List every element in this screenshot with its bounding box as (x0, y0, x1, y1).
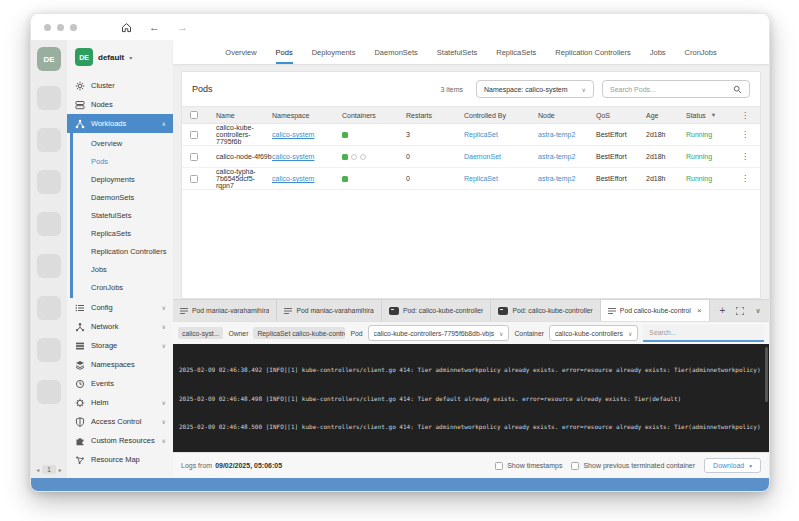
table-row[interactable]: calico-node-4f69b calico-system 0 Daemon… (182, 146, 760, 168)
close-icon[interactable]: × (697, 306, 702, 315)
column-name[interactable]: Name (216, 112, 272, 119)
download-button[interactable]: Download ▾ (704, 458, 761, 473)
namespace-link[interactable]: calico-system (272, 175, 342, 182)
terminal-scrollbar[interactable] (765, 347, 768, 402)
sidebar-subitem-replication-controllers[interactable]: Replication Controllers (67, 242, 173, 260)
select-all-checkbox[interactable] (190, 111, 198, 119)
node-link[interactable]: astra-temp2 (538, 131, 596, 138)
sidebar-item-custom-resources[interactable]: Custom Resources ∨ (67, 431, 173, 450)
column-controlled-by[interactable]: Controlled By (464, 112, 538, 119)
sidebar-item-workloads[interactable]: Workloads ∧ (67, 114, 173, 133)
sidebar-subitem-statefulsets[interactable]: StatefulSets (67, 206, 173, 224)
controlled-by-link[interactable]: ReplicaSet (464, 131, 538, 138)
window-minimize-icon[interactable] (57, 24, 64, 31)
sidebar-item-events[interactable]: Events (67, 374, 173, 393)
sidebar-subitem-pods[interactable]: Pods (67, 152, 173, 170)
namespace-filter-select[interactable]: Namespace: calico-system ∨ (476, 80, 594, 98)
tab-replication-controllers[interactable]: Replication Controllers (555, 40, 630, 64)
dock-tab-pod-shell[interactable]: Pod: calico-kube-controller (491, 300, 600, 321)
tab-statefulsets[interactable]: StatefulSets (437, 40, 477, 64)
sidebar-item-storage[interactable]: Storage ∨ (67, 336, 173, 355)
dock-tab-pod-shell[interactable]: Pod: calico-kube-controller (382, 300, 491, 321)
window-controls[interactable] (44, 24, 77, 31)
sidebar-subitem-daemonsets[interactable]: DaemonSets (67, 188, 173, 206)
dock-tab-pod-logs[interactable]: Pod maniac-varahamihira (277, 300, 381, 321)
dock-tab-pod-logs[interactable]: Pod maniac-varahamihira (173, 300, 277, 321)
hotbar-slot[interactable] (37, 254, 61, 278)
tab-daemonsets[interactable]: DaemonSets (374, 40, 417, 64)
home-icon[interactable] (121, 22, 132, 33)
table-row[interactable]: calico-typha-7b6545dcf5-rqpn7 calico-sys… (182, 168, 760, 190)
sidebar-subitem-cronjobs[interactable]: CronJobs (67, 278, 173, 296)
tab-cronjobs[interactable]: CronJobs (685, 40, 717, 64)
column-menu-icon[interactable]: ⋮ (736, 111, 754, 120)
namespace-link[interactable]: calico-system (272, 153, 342, 160)
row-menu-icon[interactable]: ⋮ (736, 174, 754, 183)
hotbar-slot[interactable] (37, 86, 61, 110)
forward-icon[interactable]: → (177, 22, 188, 33)
hotbar-slot[interactable] (37, 212, 61, 236)
window-zoom-icon[interactable] (70, 24, 77, 31)
column-namespace[interactable]: Namespace (272, 112, 342, 119)
sidebar-item-access-control[interactable]: Access Control ∨ (67, 412, 173, 431)
logs-search-input[interactable]: Search... (643, 325, 764, 342)
status-bar (31, 478, 769, 491)
window-close-icon[interactable] (44, 24, 51, 31)
show-timestamps-checkbox[interactable]: Show timestamps (495, 462, 562, 470)
hotbar-slot[interactable] (37, 338, 61, 362)
tab-overview[interactable]: Overview (225, 40, 256, 64)
column-status[interactable]: Status ▼ (686, 112, 736, 119)
column-age[interactable]: Age (646, 112, 686, 119)
sidebar-item-config[interactable]: Config ∨ (67, 298, 173, 317)
container-select[interactable]: calico-kube-controllers ∨ (549, 325, 638, 341)
cluster-selector[interactable]: DE default ▾ (67, 40, 173, 76)
tab-pods[interactable]: Pods (276, 40, 293, 64)
row-checkbox[interactable] (190, 131, 198, 139)
table-row[interactable]: calico-kube-controllers-7795f6b calico-s… (182, 124, 760, 146)
column-qos[interactable]: QoS (596, 112, 646, 119)
row-menu-icon[interactable]: ⋮ (736, 152, 754, 161)
pager-prev-icon[interactable]: ◂ (36, 466, 39, 473)
pod-select[interactable]: calico-kube-controllers-7795f6b8db-vbjs … (368, 325, 510, 341)
hotbar-slot[interactable] (37, 128, 61, 152)
sidebar-subitem-jobs[interactable]: Jobs (67, 260, 173, 278)
dock-tab-active[interactable]: Pod calico-kube-control × (601, 300, 710, 321)
column-restarts[interactable]: Restarts (406, 112, 464, 119)
hotbar-slot[interactable] (37, 380, 61, 404)
hotbar-slot[interactable] (37, 170, 61, 194)
sidebar-subitem-deployments[interactable]: Deployments (67, 170, 173, 188)
row-checkbox[interactable] (190, 153, 198, 161)
tab-deployments[interactable]: Deployments (312, 40, 356, 64)
hotbar-cluster-badge[interactable]: DE (37, 47, 61, 71)
column-containers[interactable]: Containers (342, 112, 406, 119)
sidebar-item-helm[interactable]: Helm ∨ (67, 393, 173, 412)
sidebar-item-cluster[interactable]: Cluster (67, 76, 173, 95)
back-icon[interactable]: ← (149, 22, 160, 33)
sidebar-item-nodes[interactable]: Nodes (67, 95, 173, 114)
tab-replicasets[interactable]: ReplicaSets (496, 40, 536, 64)
expand-icon[interactable] (736, 307, 744, 315)
controlled-by-link[interactable]: ReplicaSet (464, 175, 538, 182)
column-node[interactable]: Node (538, 112, 596, 119)
sidebar-subitem-overview[interactable]: Overview (67, 134, 173, 152)
new-tab-icon[interactable]: + (720, 306, 726, 316)
tab-jobs[interactable]: Jobs (650, 40, 666, 64)
sidebar-subitem-replicasets[interactable]: ReplicaSets (67, 224, 173, 242)
row-checkbox[interactable] (190, 175, 198, 183)
search-pods-input[interactable]: Search Pods... (602, 80, 750, 98)
row-menu-icon[interactable]: ⋮ (736, 130, 754, 139)
checkbox-icon[interactable] (495, 462, 503, 470)
pager-next-icon[interactable]: ▸ (59, 466, 62, 473)
show-previous-checkbox[interactable]: Show previous terminated container (571, 462, 695, 470)
namespace-link[interactable]: calico-system (272, 131, 342, 138)
sidebar-item-namespaces[interactable]: Namespaces (67, 355, 173, 374)
checkbox-icon[interactable] (571, 462, 579, 470)
sidebar-item-network[interactable]: Network ∨ (67, 317, 173, 336)
collapse-dock-icon[interactable]: ∨ (755, 307, 760, 315)
node-link[interactable]: astra-temp2 (538, 153, 596, 160)
node-link[interactable]: astra-temp2 (538, 175, 596, 182)
sidebar-item-resource-map[interactable]: Resource Map (67, 450, 173, 469)
hotbar-slot[interactable] (37, 296, 61, 320)
controlled-by-link[interactable]: DaemonSet (464, 153, 538, 160)
logs-terminal[interactable]: 2025-02-09 02:46:38.492 [INFO][1] kube-c… (173, 344, 769, 452)
